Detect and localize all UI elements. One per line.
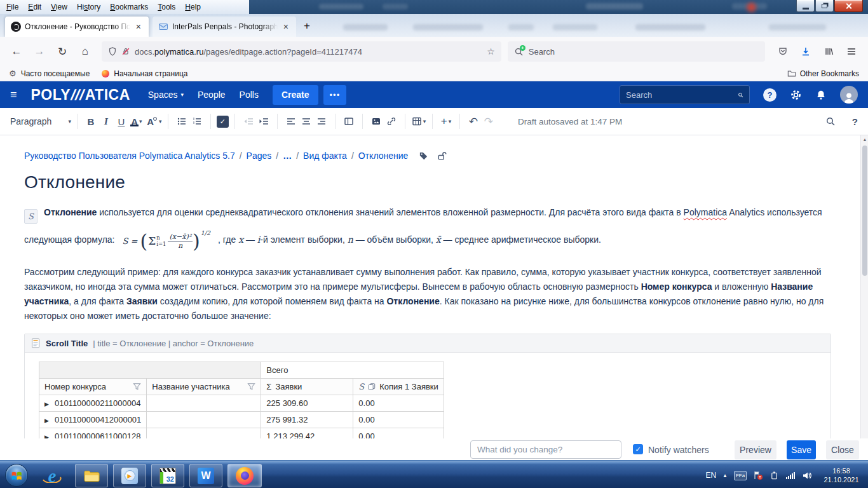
labels-tag-icon[interactable]: [419, 151, 428, 161]
editor-search-icon[interactable]: [825, 116, 836, 126]
insert-table-button[interactable]: ▾: [411, 112, 426, 130]
change-comment-input[interactable]: [470, 440, 621, 459]
insert-link-button[interactable]: [384, 112, 399, 130]
volume-speaker-icon[interactable]: [802, 471, 812, 480]
reload-button[interactable]: ↻: [52, 42, 72, 61]
taskbar-firefox-active[interactable]: [227, 464, 262, 487]
menu-file[interactable]: File: [6, 3, 18, 11]
page-layout-button[interactable]: [341, 112, 356, 130]
editor-help-icon[interactable]: ?: [852, 116, 858, 127]
table-row[interactable]: ▶0101100000211000004 225 309.60 0.00: [39, 395, 444, 412]
insert-image-button[interactable]: [369, 112, 384, 130]
breadcrumb-pages[interactable]: Pages: [247, 151, 272, 161]
outdent-button[interactable]: [241, 112, 256, 130]
undo-button[interactable]: ↶: [466, 112, 481, 130]
app-search-bar[interactable]: [620, 85, 750, 104]
notify-watchers-checkbox[interactable]: ✓: [633, 444, 643, 454]
safely-remove-icon[interactable]: [770, 470, 779, 480]
col-header-participant[interactable]: Название участника: [147, 379, 261, 395]
taskbar-internet-explorer[interactable]: e: [38, 464, 66, 487]
hidden-icons-arrow[interactable]: ▲: [722, 473, 728, 478]
polymatica-logo[interactable]: POLY///ATICA: [31, 86, 130, 104]
menu-tools[interactable]: Tools: [158, 3, 175, 11]
browser-search-input[interactable]: [529, 47, 759, 57]
redo-button[interactable]: ↷: [481, 112, 496, 130]
table-row[interactable]: ▶0101100000412000001 275 991.32 0.00: [39, 412, 444, 428]
breadcrumb-ellipsis[interactable]: …: [283, 151, 292, 161]
filter-funnel-icon[interactable]: [247, 383, 255, 391]
app-menu-hamburger-icon[interactable]: [841, 42, 862, 61]
breadcrumb-current[interactable]: Отклонение: [358, 151, 409, 161]
align-center-button[interactable]: [299, 112, 314, 130]
breadcrumb-parent[interactable]: Вид факта: [303, 151, 347, 161]
action-center-flag-icon[interactable]: [753, 470, 763, 480]
settings-gear-icon[interactable]: [790, 89, 802, 101]
pocket-icon[interactable]: [773, 42, 793, 61]
close-button[interactable]: Close: [826, 440, 859, 459]
other-bookmarks[interactable]: Other Bookmarks: [800, 69, 859, 78]
align-right-button[interactable]: [314, 112, 329, 130]
row-expander-icon[interactable]: ▶: [44, 401, 49, 407]
table-row[interactable]: ▶0101100000611000128 1 213 299.42 0.00: [39, 428, 444, 438]
bookmark-home[interactable]: Начальная страница: [114, 69, 187, 78]
numbered-list-button[interactable]: [189, 112, 205, 130]
create-more-button[interactable]: •••: [323, 85, 347, 105]
taskbar-clock[interactable]: 16:58 21.10.2021: [818, 466, 864, 484]
more-formatting-button[interactable]: A▾: [147, 112, 162, 130]
align-left-button[interactable]: [283, 112, 299, 130]
menu-bookmarks[interactable]: Bookmarks: [110, 3, 148, 11]
tab-close-icon[interactable]: ×: [134, 22, 143, 32]
scroll-up-icon[interactable]: ▲: [861, 137, 868, 142]
tab-active[interactable]: Отклонение - Руководство По ×: [5, 17, 149, 37]
unlock-icon[interactable]: [437, 151, 447, 161]
breadcrumb-space[interactable]: Руководство Пользователя Polymatica Anal…: [24, 151, 235, 161]
bookmark-frequent[interactable]: Часто посещаемые: [21, 69, 90, 78]
app-sidebar-hamburger-icon[interactable]: ≡: [10, 89, 17, 100]
col-header-fact-copy[interactable]: SКопия 1 Заявки: [353, 379, 444, 395]
content-scrollbar[interactable]: ▲: [860, 135, 868, 438]
user-avatar[interactable]: [840, 86, 858, 104]
taskbar-media-player[interactable]: ▶: [113, 464, 146, 487]
preview-button[interactable]: Preview: [735, 440, 776, 459]
downloads-icon[interactable]: [796, 42, 816, 61]
insecure-lock-icon[interactable]: [121, 47, 130, 56]
nav-spaces[interactable]: Spaces▾: [148, 90, 184, 100]
indent-button[interactable]: [256, 112, 271, 130]
minimize-button[interactable]: [796, 0, 815, 12]
language-indicator[interactable]: EN: [705, 471, 716, 480]
forward-button[interactable]: →: [29, 42, 50, 61]
nav-polls[interactable]: Polls: [240, 90, 259, 100]
taskbar-file-explorer[interactable]: [75, 464, 108, 487]
app-search-input[interactable]: [626, 90, 738, 100]
network-signal-icon[interactable]: [785, 471, 796, 480]
col-header-fact[interactable]: ΣЗаявки: [261, 379, 353, 395]
paragraph-style-dropdown[interactable]: Paragraph▾: [10, 116, 71, 126]
scrollbar-thumb[interactable]: [862, 146, 867, 276]
scroll-title-macro[interactable]: Scroll Title | title = Отклонение | anch…: [24, 334, 831, 438]
italic-button[interactable]: I: [98, 112, 114, 130]
bookmark-star-icon[interactable]: ☆: [487, 46, 495, 57]
restore-button[interactable]: [815, 0, 834, 12]
back-button[interactable]: ←: [6, 42, 27, 61]
row-expander-icon[interactable]: ▶: [44, 434, 49, 438]
home-button[interactable]: ⌂: [75, 42, 95, 61]
menu-history[interactable]: History: [77, 3, 100, 11]
start-button[interactable]: [5, 464, 28, 487]
col-header-contest[interactable]: Номер конкурса: [39, 379, 147, 395]
url-bar[interactable]: docs.polymatica.ru/pages/editpage.action…: [102, 41, 501, 62]
notifications-bell-icon[interactable]: [815, 89, 827, 100]
create-button[interactable]: Create: [273, 85, 318, 105]
shield-icon[interactable]: [108, 47, 117, 56]
filter-funnel-icon[interactable]: [133, 383, 141, 391]
bullet-list-button[interactable]: [174, 112, 189, 130]
browser-search-bar[interactable]: +: [508, 41, 765, 62]
tab-close-icon[interactable]: ×: [281, 22, 290, 32]
text-color-button[interactable]: A▾: [129, 112, 144, 130]
row-expander-icon[interactable]: ▶: [44, 417, 49, 424]
menu-view[interactable]: View: [51, 3, 67, 11]
help-icon[interactable]: ?: [763, 88, 776, 102]
task-list-button[interactable]: ✓: [217, 116, 229, 128]
library-icon[interactable]: [818, 42, 839, 61]
nav-people[interactable]: People: [198, 90, 226, 100]
underline-button[interactable]: U: [114, 112, 129, 130]
